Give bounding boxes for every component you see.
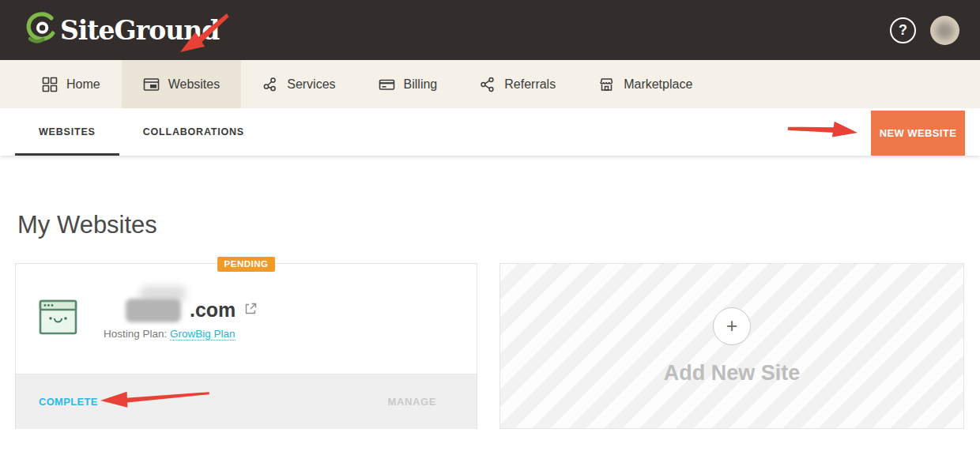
nav-label: Billing xyxy=(404,77,438,92)
tab-websites[interactable]: WEBSITES xyxy=(15,108,119,156)
share-icon xyxy=(480,77,496,92)
redacted-domain xyxy=(126,299,181,322)
help-glyph: ? xyxy=(899,22,907,39)
nav-item-marketplace[interactable]: Marketplace xyxy=(577,60,714,108)
topbar: SiteGround ? xyxy=(0,0,980,60)
plus-glyph: + xyxy=(726,314,738,337)
website-card-footer: COMPLETE MANAGE xyxy=(16,374,477,429)
main-content: My Websites PENDING xyxy=(0,211,980,429)
complete-link[interactable]: COMPLETE xyxy=(39,396,98,408)
siteground-logo[interactable]: SiteGround xyxy=(24,11,219,49)
new-website-button[interactable]: NEW WEBSITE xyxy=(871,111,965,156)
avatar-blur xyxy=(936,22,954,40)
help-icon[interactable]: ? xyxy=(890,17,916,43)
nav-item-billing[interactable]: Billing xyxy=(357,60,459,108)
add-new-site-card[interactable]: + Add New Site xyxy=(499,263,964,429)
storefront-icon xyxy=(598,77,615,92)
nav-label: Websites xyxy=(168,77,220,92)
main-navigation: Home Websites Services Bil xyxy=(0,60,980,108)
external-link-icon[interactable] xyxy=(244,302,258,318)
website-card: PENDING .com xyxy=(15,263,477,429)
grid-icon xyxy=(42,77,58,92)
nav-label: Referrals xyxy=(504,77,556,92)
tab-collaborations[interactable]: COLLABORATIONS xyxy=(119,108,268,156)
domain-row: .com xyxy=(126,299,258,322)
site-info: .com Hosting Plan: GrowBig Plan xyxy=(104,299,258,340)
tab-label: COLLABORATIONS xyxy=(143,126,244,137)
website-cards-row: PENDING .com xyxy=(15,263,965,429)
website-card-body: .com Hosting Plan: GrowBig Plan xyxy=(16,264,477,374)
nav-item-services[interactable]: Services xyxy=(241,60,356,108)
add-new-site-label: Add New Site xyxy=(664,361,801,386)
services-icon xyxy=(262,77,278,92)
websites-subnav: WEBSITES COLLABORATIONS NEW WEBSITE xyxy=(0,108,980,156)
browser-icon xyxy=(143,77,160,92)
hosting-plan-label: Hosting Plan: xyxy=(104,328,167,340)
nav-label: Services xyxy=(287,77,335,92)
nav-label: Home xyxy=(66,77,100,92)
brand-name: SiteGround xyxy=(60,15,219,46)
nav-label: Marketplace xyxy=(624,77,692,92)
hosting-plan-link[interactable]: GrowBig Plan xyxy=(170,328,236,340)
hosting-plan-row: Hosting Plan: GrowBig Plan xyxy=(104,328,258,340)
plus-icon[interactable]: + xyxy=(713,307,751,345)
user-avatar[interactable] xyxy=(930,16,959,45)
siteground-logo-icon xyxy=(24,11,57,49)
nav-item-websites[interactable]: Websites xyxy=(122,60,242,108)
status-badge: PENDING xyxy=(217,257,276,272)
nav-item-home[interactable]: Home xyxy=(21,60,122,108)
tab-label: WEBSITES xyxy=(39,126,96,137)
credit-card-icon xyxy=(379,77,395,92)
domain-suffix: .com xyxy=(190,299,236,322)
manage-button[interactable]: MANAGE xyxy=(388,396,436,408)
smiley-browser-icon xyxy=(39,299,77,338)
page-title: My Websites xyxy=(17,211,965,239)
nav-item-referrals[interactable]: Referrals xyxy=(458,60,577,108)
